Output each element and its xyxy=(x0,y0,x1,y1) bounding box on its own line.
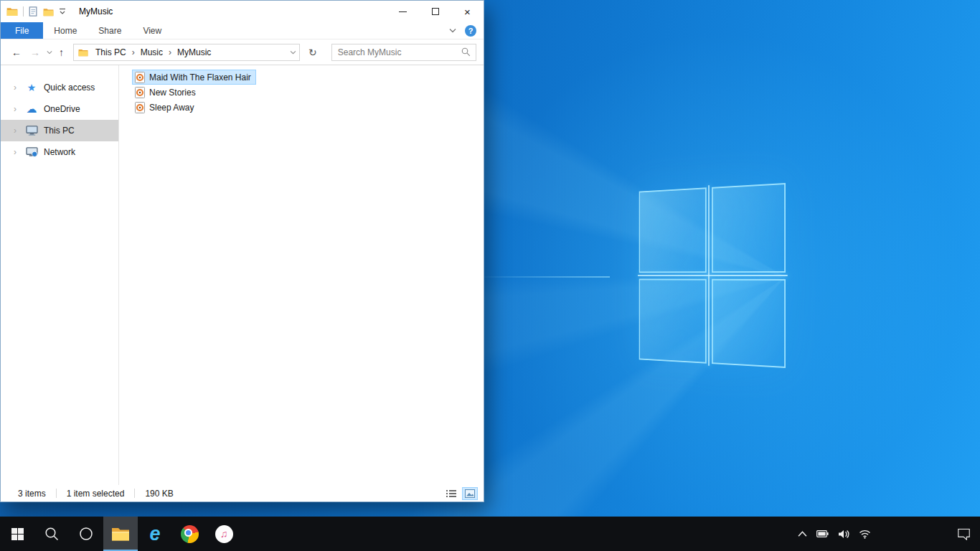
tray-spacer xyxy=(871,517,947,551)
maximize-icon xyxy=(432,8,439,15)
ribbon-tab-strip: File Home Share View ? xyxy=(1,22,484,39)
breadcrumb-music[interactable]: Music xyxy=(136,47,167,57)
audio-file-icon xyxy=(134,87,146,98)
details-view-button[interactable] xyxy=(443,487,459,500)
taskbar-search-button[interactable] xyxy=(34,517,69,551)
breadcrumb-separator-icon: › xyxy=(132,47,135,57)
properties-icon[interactable] xyxy=(29,6,38,17)
volume-icon[interactable] xyxy=(838,529,849,539)
large-icons-view-button[interactable] xyxy=(462,487,478,500)
file-row[interactable]: New Stories xyxy=(132,85,201,100)
file-list: Maid With The Flaxen Hair New Stories xyxy=(119,65,484,485)
forward-button[interactable]: → xyxy=(28,47,42,57)
breadcrumb-mymusic[interactable]: MyMusic xyxy=(173,47,215,57)
light-ray xyxy=(473,276,610,278)
help-icon: ? xyxy=(468,27,473,35)
search-box xyxy=(331,44,476,61)
taskbar-internet-explorer-button[interactable]: e xyxy=(138,517,172,551)
show-hidden-icons-chevron-icon[interactable] xyxy=(798,530,807,537)
cortana-circle-icon xyxy=(79,527,93,541)
tab-share[interactable]: Share xyxy=(88,22,132,39)
window-controls: × xyxy=(387,1,484,22)
status-bar: 3 items 1 item selected 190 KB xyxy=(1,485,484,501)
expander-chevron-icon[interactable]: › xyxy=(14,147,19,157)
start-button[interactable] xyxy=(0,517,34,551)
expander-chevron-icon[interactable]: › xyxy=(14,126,19,136)
taskbar-file-explorer-button[interactable] xyxy=(103,517,138,551)
search-icon xyxy=(44,527,59,541)
file-name: Sleep Away xyxy=(149,103,194,113)
sidebar-item-network[interactable]: › Network xyxy=(1,141,118,163)
sidebar-item-quick-access[interactable]: › ★ Quick access xyxy=(1,77,118,98)
taskbar-itunes-button[interactable]: ♫ xyxy=(207,517,241,551)
quick-access-toolbar xyxy=(6,6,66,17)
status-divider xyxy=(134,489,135,498)
action-center-icon xyxy=(957,528,971,540)
file-explorer-icon xyxy=(111,526,130,542)
windows-start-icon xyxy=(11,528,24,540)
title-bar: MyMusic × xyxy=(1,1,484,22)
file-row[interactable]: Maid With The Flaxen Hair xyxy=(132,70,256,85)
address-folder-icon xyxy=(78,48,88,57)
action-center-button[interactable] xyxy=(947,517,980,551)
new-folder-icon[interactable] xyxy=(43,7,54,17)
back-button[interactable]: ← xyxy=(9,47,24,57)
item-count: 3 items xyxy=(18,489,46,499)
status-divider xyxy=(56,489,57,498)
expand-ribbon-chevron-icon[interactable] xyxy=(449,28,456,33)
system-tray xyxy=(798,517,871,551)
breadcrumb-separator-icon: › xyxy=(169,47,171,57)
toolbar-separator xyxy=(23,6,24,17)
expander-chevron-icon[interactable]: › xyxy=(14,104,19,114)
close-icon: × xyxy=(464,6,471,17)
search-input[interactable] xyxy=(332,47,461,57)
windows-logo-pane xyxy=(639,278,707,364)
cortana-button[interactable] xyxy=(69,517,103,551)
navigation-pane: › ★ Quick access › ☁ OneDrive › Thi xyxy=(1,65,119,485)
itunes-icon: ♫ xyxy=(215,525,233,543)
taskbar-chrome-button[interactable] xyxy=(172,517,207,551)
file-row[interactable]: Sleep Away xyxy=(132,100,199,115)
close-button[interactable]: × xyxy=(451,1,484,22)
onedrive-cloud-icon: ☁ xyxy=(27,103,37,116)
file-name: New Stories xyxy=(149,88,196,98)
sidebar-item-this-pc[interactable]: › This PC xyxy=(1,120,118,141)
selection-size: 190 KB xyxy=(145,489,173,499)
window-title: MyMusic xyxy=(79,6,113,17)
windows-logo-pane xyxy=(639,187,707,273)
recent-locations-chevron-icon[interactable] xyxy=(47,50,52,55)
maximize-button[interactable] xyxy=(419,1,451,22)
minimize-button[interactable] xyxy=(387,1,419,22)
audio-file-icon xyxy=(134,72,146,83)
wifi-icon[interactable] xyxy=(859,529,871,539)
tab-file[interactable]: File xyxy=(1,22,43,39)
refresh-button[interactable]: ↻ xyxy=(304,47,321,58)
tab-home[interactable]: Home xyxy=(43,22,88,39)
sidebar-item-label: Quick access xyxy=(44,83,95,93)
taskbar: e ♫ xyxy=(0,517,980,551)
battery-icon[interactable] xyxy=(816,529,829,538)
expander-chevron-icon[interactable]: › xyxy=(14,83,19,93)
audio-file-icon xyxy=(134,102,146,113)
up-button[interactable]: ↑ xyxy=(57,47,66,57)
window-body: › ★ Quick access › ☁ OneDrive › Thi xyxy=(1,65,484,485)
customize-toolbar-chevron-icon[interactable] xyxy=(59,8,66,15)
breadcrumb-this-pc[interactable]: This PC xyxy=(91,47,131,57)
sidebar-item-label: This PC xyxy=(44,126,75,136)
help-button[interactable]: ? xyxy=(465,25,476,37)
search-icon[interactable] xyxy=(461,47,471,57)
windows-logo-pane xyxy=(712,183,786,273)
address-dropdown-chevron-icon[interactable] xyxy=(290,50,296,55)
address-bar[interactable]: This PC › Music › MyMusic xyxy=(73,44,300,61)
breadcrumb: This PC › Music › MyMusic xyxy=(91,47,287,57)
selection-count: 1 item selected xyxy=(67,489,125,499)
this-pc-monitor-icon xyxy=(26,126,38,136)
sidebar-item-label: OneDrive xyxy=(44,104,80,114)
windows-logo xyxy=(639,183,786,368)
internet-explorer-icon: e xyxy=(149,524,160,544)
file-name: Maid With The Flaxen Hair xyxy=(149,72,251,83)
chrome-icon xyxy=(181,525,199,543)
details-view-icon xyxy=(446,489,456,498)
sidebar-item-onedrive[interactable]: › ☁ OneDrive xyxy=(1,98,118,120)
tab-view[interactable]: View xyxy=(132,22,172,39)
